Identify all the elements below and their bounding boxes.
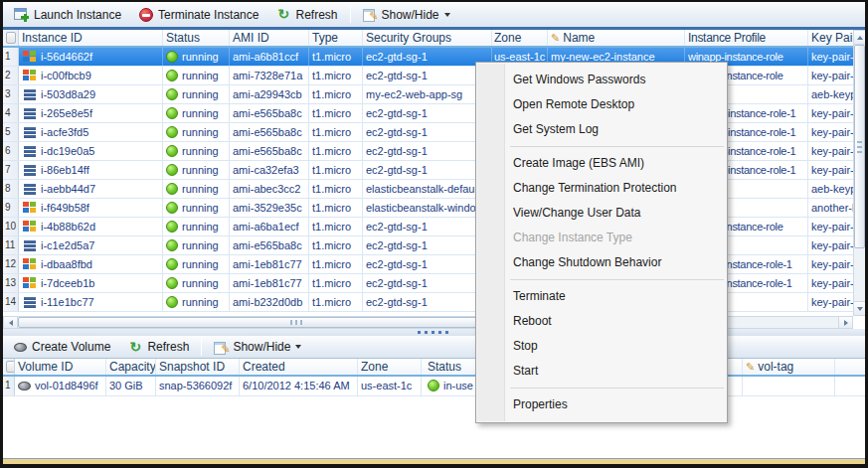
col-header-created[interactable]: Created xyxy=(240,359,358,375)
status-cell: running xyxy=(163,180,230,198)
volumes-toolbar: Create Volume Refresh Show/Hide xyxy=(3,336,865,359)
instance-id-cell: i-dc19e0a5 xyxy=(19,142,163,160)
volume-row[interactable]: 1 vol-01d8496f 30 GiB snap-5366092f 6/10… xyxy=(3,377,865,396)
show-hide-icon xyxy=(214,341,228,354)
type-cell: t1.micro xyxy=(309,255,363,273)
row-number: 14 xyxy=(3,293,19,311)
context-menu-item[interactable]: View/Change User Data xyxy=(477,201,726,226)
select-all-header[interactable] xyxy=(3,30,19,46)
menu-item-label: Create Image (EBS AMI) xyxy=(513,156,644,170)
volumes-refresh-button[interactable]: Refresh xyxy=(119,337,198,358)
col-header-volume-id[interactable]: Volume ID xyxy=(15,359,106,375)
col-header-volume-zone[interactable]: Zone xyxy=(358,359,422,375)
menu-item-label: Open Remote Desktop xyxy=(513,97,634,111)
context-menu-item[interactable]: Start xyxy=(477,359,726,384)
security-groups-cell: ec2-gtd-sg-1 xyxy=(363,142,492,160)
os-type-icon xyxy=(23,164,37,176)
refresh-icon xyxy=(128,340,142,355)
toolbar-separator xyxy=(350,6,351,23)
security-groups-cell: ec2-gtd-sg-1 xyxy=(363,161,492,179)
vertical-scrollbar[interactable] xyxy=(853,30,865,316)
menu-item-label: Get Windows Passwords xyxy=(513,73,645,86)
instance-id-cell: i-11e1bc77 xyxy=(19,293,163,311)
menu-item-label: Stop xyxy=(513,339,538,353)
context-menu-item[interactable]: Terminate xyxy=(477,284,726,309)
create-volume-button[interactable]: Create Volume xyxy=(5,337,119,358)
col-header-security-groups[interactable]: Security Groups xyxy=(363,30,492,46)
key-pair-cell: key-pair-1 xyxy=(808,236,853,254)
col-header-name[interactable]: Name xyxy=(548,30,685,46)
instance-id-cell: i-c00fbcb9 xyxy=(19,67,163,84)
running-status-icon xyxy=(166,221,178,233)
context-menu-item[interactable]: Reboot xyxy=(477,309,726,334)
os-type-icon xyxy=(23,277,37,289)
volume-disk-icon xyxy=(18,382,31,390)
ami-id-cell: ami-e565ba8c xyxy=(230,142,309,160)
context-menu-item[interactable]: Stop xyxy=(477,334,726,359)
instance-id-cell: i-4b88b62d xyxy=(19,218,163,235)
context-menu-item[interactable]: Open Remote Desktop xyxy=(477,92,726,117)
launch-instance-button[interactable]: Launch Instance xyxy=(5,4,130,25)
ami-id-cell: ami-ca32efa3 xyxy=(230,161,309,179)
key-pair-cell: key-pair-1 xyxy=(808,123,853,141)
type-cell: t1.micro xyxy=(309,274,363,292)
scroll-up-button[interactable] xyxy=(854,31,865,45)
context-menu-item xyxy=(510,279,724,280)
row-number: 1 xyxy=(3,377,15,395)
menu-item-label: View/Change User Data xyxy=(513,206,641,220)
key-pair-cell: key-pair-1 xyxy=(808,255,853,273)
context-menu-item[interactable]: Change Termination Protection xyxy=(477,176,726,201)
col-header-capacity[interactable]: Capacity xyxy=(106,359,156,375)
scroll-left-button[interactable] xyxy=(4,317,18,328)
col-header-type[interactable]: Type xyxy=(309,30,363,46)
context-menu-item[interactable]: Create Image (EBS AMI) xyxy=(477,151,726,176)
status-cell: running xyxy=(163,274,230,292)
col-header-instance-profile[interactable]: Instance Profile xyxy=(685,30,808,46)
col-header-key-pair[interactable]: Key Pai xyxy=(808,30,853,46)
instances-header: Instance ID Status AMI ID Type Security … xyxy=(3,30,853,48)
row-number: 8 xyxy=(3,180,19,198)
os-type-icon xyxy=(23,296,37,308)
context-menu-item[interactable]: Properties xyxy=(477,392,726,417)
status-cell: running xyxy=(163,48,230,66)
instance-id-cell: i-dbaa8fbd xyxy=(19,255,163,273)
security-groups-cell: ec2-gtd-sg-1 xyxy=(363,255,492,273)
show-hide-button[interactable]: Show/Hide xyxy=(354,4,459,25)
menu-item-label: Change Instance Type xyxy=(513,231,632,244)
col-header-ami-id[interactable]: AMI ID xyxy=(230,30,309,46)
refresh-button[interactable]: Refresh xyxy=(267,4,346,25)
show-hide-label: Show/Hide xyxy=(382,8,439,22)
status-cell: running xyxy=(163,293,230,311)
context-menu-item[interactable]: Change Shutdown Behavior xyxy=(477,250,726,275)
volumes-show-hide-button[interactable]: Show/Hide xyxy=(205,337,310,358)
col-header-instance-id[interactable]: Instance ID xyxy=(19,30,163,46)
col-header-snapshot-id[interactable]: Snapshot ID xyxy=(156,359,240,375)
security-groups-cell: my-ec2-web-app-sg xyxy=(363,85,492,103)
instance-context-menu: Get Windows Passwords Open Remote Deskto… xyxy=(475,62,728,423)
row-number: 12 xyxy=(3,255,19,273)
panel-splitter[interactable] xyxy=(3,329,865,336)
os-type-icon xyxy=(23,88,37,100)
arrow-up-icon xyxy=(857,33,863,40)
context-menu-item[interactable]: Get Windows Passwords xyxy=(477,68,726,92)
context-menu-item[interactable]: Get System Log xyxy=(477,117,726,142)
type-cell: t1.micro xyxy=(309,48,363,66)
scroll-right-button[interactable] xyxy=(838,317,852,328)
scroll-down-button[interactable] xyxy=(854,301,865,315)
created-cell: 6/10/2012 4:15:46 AM xyxy=(240,377,358,395)
vertical-scroll-thumb[interactable] xyxy=(854,45,865,248)
volumes-select-all-header[interactable] xyxy=(3,359,15,375)
menu-item-label: Terminate xyxy=(513,289,566,303)
app-window: Launch Instance Terminate Instance Refre… xyxy=(0,0,868,468)
instance-id-cell: i-f649b58f xyxy=(19,199,163,217)
os-type-icon xyxy=(23,126,37,138)
terminate-instance-icon xyxy=(139,8,153,22)
menu-item-label: Change Shutdown Behavior xyxy=(513,255,661,269)
running-status-icon xyxy=(166,258,178,270)
col-header-status[interactable]: Status xyxy=(163,30,230,46)
terminate-instance-button[interactable]: Terminate Instance xyxy=(130,4,267,25)
col-header-vol-tag[interactable]: vol-tag xyxy=(743,359,835,375)
vertical-scroll-track[interactable] xyxy=(854,45,865,301)
col-header-zone[interactable]: Zone xyxy=(492,30,548,46)
row-number: 1 xyxy=(3,48,19,66)
